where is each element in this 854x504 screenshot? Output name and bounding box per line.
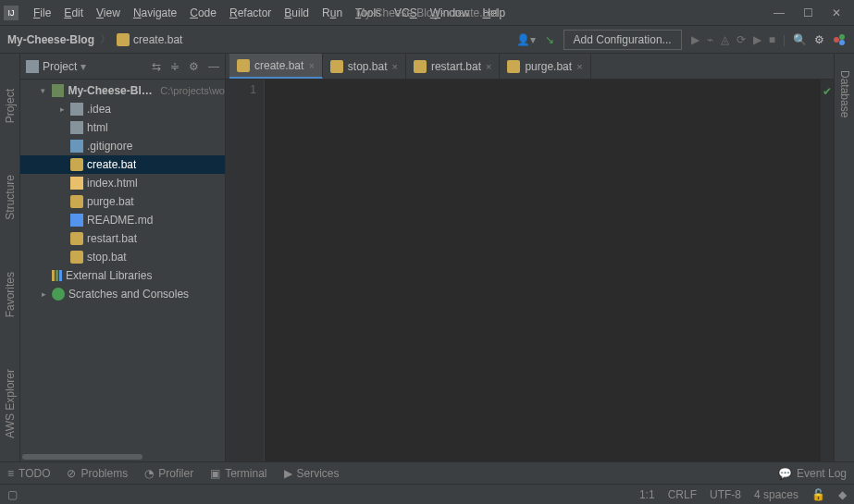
tree-file-restart-bat[interactable]: restart.bat <box>20 229 225 248</box>
menu-navigate[interactable]: Navigate <box>128 4 182 22</box>
bat-file-icon <box>330 60 343 73</box>
breadcrumb-separator-icon: 〉 <box>100 31 111 47</box>
tool-profiler[interactable]: ◔ Profiler <box>144 467 193 480</box>
cws-icon[interactable] <box>832 32 847 47</box>
tree-item-label: restart.bat <box>87 232 137 245</box>
gear-icon[interactable]: ⚙ <box>189 60 199 73</box>
svg-point-1 <box>839 34 845 40</box>
file-encoding[interactable]: UTF-8 <box>710 488 741 501</box>
memory-indicator-icon[interactable]: ◆ <box>838 488 847 501</box>
rerun-icon[interactable]: ▶ <box>753 33 761 46</box>
tree-folder-idea[interactable]: ▸ .idea <box>20 100 225 118</box>
tool-window-button-icon[interactable]: ▢ <box>7 488 18 501</box>
tool-todo[interactable]: ≡ TODO <box>7 467 50 480</box>
tree-item-label: .idea <box>87 103 111 116</box>
tree-file-stop-bat[interactable]: stop.bat <box>20 248 225 266</box>
run-configuration-dropdown[interactable]: Add Configuration... <box>563 30 682 50</box>
tool-structure[interactable]: Structure <box>4 167 17 227</box>
app-logo-icon: IJ <box>4 6 19 20</box>
folder-icon <box>70 121 83 134</box>
tree-item-label: External Libraries <box>66 269 152 282</box>
tab-stop-bat[interactable]: stop.bat × <box>323 54 406 79</box>
scratches-icon <box>52 288 65 301</box>
indent-settings[interactable]: 4 spaces <box>754 488 798 501</box>
select-opened-file-icon[interactable]: ⇆ <box>152 60 161 73</box>
build-hammer-icon[interactable]: ↘ <box>545 33 554 46</box>
caret-position[interactable]: 1:1 <box>639 488 655 501</box>
maximize-icon[interactable]: ☐ <box>803 6 813 19</box>
html-file-icon <box>70 177 83 190</box>
tab-create-bat[interactable]: create.bat × <box>229 54 323 79</box>
tree-root-label: My-Cheese-Blog <box>68 84 153 97</box>
tool-terminal[interactable]: ▣ Terminal <box>210 467 266 480</box>
tool-problems[interactable]: ⊘ Problems <box>67 467 128 480</box>
expand-all-icon[interactable]: ≑ <box>170 60 179 73</box>
tab-purge-bat[interactable]: purge.bat × <box>500 54 590 79</box>
project-view-selector[interactable]: Project ▾ <box>26 60 86 73</box>
bat-file-icon <box>414 60 427 73</box>
event-log[interactable]: 💬 Event Log <box>778 467 847 480</box>
menu-build[interactable]: Build <box>278 4 315 22</box>
run-config-label: Add Configuration... <box>574 33 672 46</box>
close-tab-icon[interactable]: × <box>308 60 314 71</box>
tree-file-index-html[interactable]: index.html <box>20 174 225 192</box>
run-icon[interactable]: ▶ <box>691 33 699 46</box>
tool-database[interactable]: Database <box>838 63 851 125</box>
line-number-gutter[interactable]: 1 <box>226 80 265 461</box>
close-tab-icon[interactable]: × <box>486 61 491 72</box>
menu-file[interactable]: File <box>28 4 56 22</box>
tool-services[interactable]: ▶ Services <box>284 467 340 480</box>
close-tab-icon[interactable]: × <box>576 61 582 72</box>
project-tree[interactable]: ▾ My-Cheese-Blog C:\projects\wo ▸ .idea … <box>20 80 225 452</box>
bottom-tool-stripe: ≡ TODO ⊘ Problems ◔ Profiler ▣ Terminal … <box>0 461 854 484</box>
tree-file-readme-md[interactable]: README.md <box>20 211 225 229</box>
profile-icon[interactable]: ⟳ <box>736 33 746 46</box>
bat-file-icon <box>70 195 83 208</box>
expand-arrow-icon[interactable]: ▸ <box>57 104 67 114</box>
title-bar: IJ File Edit View Navigate Code Refactor… <box>0 0 854 26</box>
tree-root[interactable]: ▾ My-Cheese-Blog C:\projects\wo <box>20 81 225 100</box>
search-everywhere-icon[interactable]: 🔍 <box>793 33 807 46</box>
horizontal-scrollbar[interactable] <box>20 452 225 461</box>
tool-favorites[interactable]: Favorites <box>4 264 17 325</box>
menu-view[interactable]: View <box>91 4 126 22</box>
left-tool-stripe: Project Structure Favorites AWS Explorer <box>0 54 20 461</box>
menu-refactor[interactable]: Refactor <box>224 4 277 22</box>
settings-icon[interactable]: ⚙ <box>814 33 824 46</box>
project-tool-window: Project ▾ ⇆ ≑ ⚙ — ▾ My-Cheese-Blog C:\pr… <box>20 54 226 461</box>
menu-edit[interactable]: Edit <box>58 4 89 22</box>
tree-file-purge-bat[interactable]: purge.bat <box>20 192 225 211</box>
tab-restart-bat[interactable]: restart.bat × <box>406 54 500 79</box>
project-view-label: Project <box>43 60 77 73</box>
breadcrumb-project[interactable]: My-Cheese-Blog <box>7 33 94 46</box>
tool-project[interactable]: Project <box>4 81 17 130</box>
minimize-icon[interactable]: — <box>774 6 785 19</box>
scrollbar-thumb[interactable] <box>22 454 142 460</box>
readonly-lock-icon[interactable]: 🔓 <box>811 488 825 501</box>
right-tool-stripe: Database <box>834 54 854 461</box>
inspection-gutter: ✔ <box>821 80 834 461</box>
tab-label: create.bat <box>254 59 303 72</box>
inspection-ok-icon[interactable]: ✔ <box>823 85 832 98</box>
code-editor[interactable] <box>265 80 821 461</box>
coverage-icon[interactable]: ◬ <box>721 33 729 46</box>
tree-file-create-bat[interactable]: create.bat <box>20 155 225 174</box>
expand-arrow-icon[interactable]: ▸ <box>39 289 48 299</box>
hide-icon[interactable]: — <box>208 60 219 73</box>
stop-icon[interactable]: ■ <box>769 33 775 46</box>
close-tab-icon[interactable]: × <box>392 61 398 72</box>
expand-arrow-icon[interactable]: ▾ <box>39 86 48 95</box>
close-icon[interactable]: ✕ <box>832 6 841 19</box>
menu-run[interactable]: Run <box>316 4 348 22</box>
user-icon[interactable]: 👤▾ <box>516 33 536 46</box>
tree-external-libraries[interactable]: External Libraries <box>20 266 225 285</box>
line-separator[interactable]: CRLF <box>668 488 697 501</box>
tool-aws-explorer[interactable]: AWS Explorer <box>4 362 17 446</box>
tree-scratches[interactable]: ▸ Scratches and Consoles <box>20 285 225 303</box>
tree-folder-html[interactable]: html <box>20 118 225 137</box>
breadcrumb-file[interactable]: create.bat <box>117 33 182 46</box>
tree-file-gitignore[interactable]: .gitignore <box>20 137 225 155</box>
bat-file-icon <box>70 251 83 264</box>
debug-icon[interactable]: ⌁ <box>707 33 713 46</box>
menu-code[interactable]: Code <box>184 4 222 22</box>
